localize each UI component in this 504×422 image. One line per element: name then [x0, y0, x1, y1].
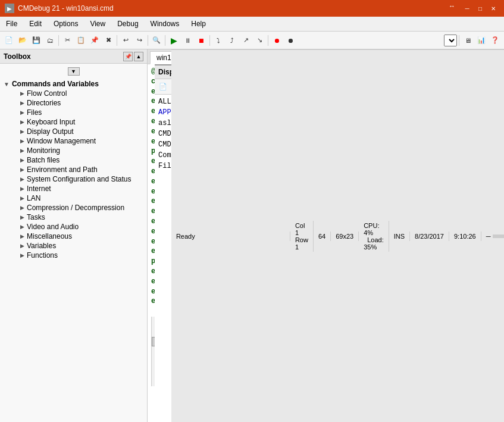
- tree-item-keyboard[interactable]: ▶ Keyboard Input: [4, 117, 143, 127]
- tb-pause[interactable]: ⏸: [181, 34, 194, 47]
- tb-sep-7: [459, 35, 459, 46]
- item-arrow-icon: ▶: [20, 243, 24, 249]
- status-time: 9:10:26: [449, 232, 481, 241]
- close-button[interactable]: ✕: [487, 2, 499, 14]
- status-bar: Ready Col 1 Row 1 64 69x23 CPU: 4% Load:…: [171, 49, 504, 422]
- toolbox-pin-btn[interactable]: 📌: [123, 52, 133, 61]
- maximize-button[interactable]: □: [474, 2, 486, 14]
- tb-save[interactable]: 💾: [30, 34, 43, 47]
- menu-file[interactable]: File: [0, 18, 23, 30]
- toolbox-expand-btn[interactable]: ▲: [134, 52, 143, 61]
- tree-item-variables[interactable]: ▶ Variables: [4, 241, 143, 251]
- tb-ext2[interactable]: 📊: [475, 34, 488, 47]
- tb-stop[interactable]: ⏹: [195, 34, 208, 47]
- editor-content: @echo off cls echo [101;93m STYLES [0m e…: [148, 64, 171, 422]
- tree-item-batch[interactable]: ▶ Batch files: [4, 155, 143, 165]
- item-label: Directories: [27, 99, 61, 107]
- zoom-slider[interactable]: [493, 235, 504, 238]
- toolbox-panel: Toolbox 📌 ▲ ▼ ▼ Commands and Variables ▶…: [0, 49, 148, 422]
- tree-item-lan[interactable]: ▶ LAN: [4, 193, 143, 203]
- editor-tab-bar: win10ansi.cmd ✕: [148, 49, 171, 64]
- item-label: Compression / Decompression: [27, 204, 124, 212]
- menu-debug[interactable]: Debug: [111, 18, 144, 30]
- menu-edit[interactable]: Edit: [23, 18, 48, 30]
- status-ready: Ready: [171, 232, 290, 241]
- bottom-panel-header: Display/Modify Environment Variables 📌 ▲: [155, 65, 171, 79]
- tb-copy[interactable]: 📋: [74, 34, 87, 47]
- item-arrow-icon: ▶: [20, 157, 24, 163]
- tb-step2[interactable]: ⤴: [226, 34, 239, 47]
- bt-new[interactable]: 📄: [156, 80, 170, 93]
- item-arrow-icon: ▶: [20, 205, 24, 211]
- toolbox-menu-btn[interactable]: ▼: [68, 67, 80, 76]
- editor-tab-win10ansi[interactable]: win10ansi.cmd ✕: [150, 51, 171, 64]
- item-label: Video and Audio: [27, 223, 79, 231]
- tree-item-internet[interactable]: ▶ Internet: [4, 184, 143, 193]
- minimize-button[interactable]: ─: [461, 2, 473, 14]
- item-label: LAN: [27, 194, 40, 202]
- env-line-allusers: ALLUSERSPROFILE=C:\ProgramData: [158, 96, 171, 107]
- tb-save-all[interactable]: 🗂: [43, 34, 57, 47]
- tb-delete[interactable]: ✖: [102, 34, 115, 47]
- item-label: System Configuration and Status: [27, 175, 131, 183]
- status-cell: Col 1 Row 1: [290, 221, 314, 252]
- category-label-commands: Commands and Variables: [12, 80, 99, 88]
- menu-help[interactable]: Help: [185, 18, 212, 30]
- tree-item-tasks[interactable]: ▶ Tasks: [4, 212, 143, 222]
- tb-undo[interactable]: ↩: [119, 34, 132, 47]
- menu-windows[interactable]: Windows: [145, 18, 186, 30]
- item-arrow-icon: ▶: [20, 167, 24, 173]
- tb-sep-6: [268, 35, 268, 46]
- env-line-appdata: APPDATA=C:\Users\Rex\AppData\Roaming: [158, 107, 171, 118]
- menu-view[interactable]: View: [84, 18, 111, 30]
- tb-record[interactable]: ⏺: [270, 34, 283, 47]
- tree-item-files[interactable]: ▶ Files: [4, 108, 143, 117]
- toolbar-dropdown[interactable]: [444, 35, 457, 46]
- tb-step4[interactable]: ↘: [253, 34, 266, 47]
- tb-step1[interactable]: ⤵: [212, 34, 225, 47]
- tree-item-sysconfig[interactable]: ▶ System Configuration and Status: [4, 174, 143, 184]
- tree-item-functions[interactable]: ▶ Functions: [4, 251, 143, 260]
- tb-sep-4: [165, 35, 165, 46]
- tree-item-monitoring[interactable]: ▶ Monitoring: [4, 146, 143, 155]
- env-variable-content[interactable]: ALLUSERSPROFILE=C:\ProgramData APPDATA=C…: [155, 95, 171, 168]
- item-arrow-icon: ▶: [20, 195, 24, 201]
- editor-text-area[interactable]: @echo off cls echo [101;93m STYLES [0m e…: [148, 64, 155, 422]
- main-toolbar: 📄 📂 💾 🗂 ✂ 📋 📌 ✖ ↩ ↪ 🔍 ▶ ⏸ ⏹ ⤵ ⤴ ↗ ↘ ⏺ ⏺ …: [0, 32, 504, 49]
- tree-item-misc[interactable]: ▶ Miscellaneous: [4, 232, 143, 241]
- tb-ext1[interactable]: 🖥: [461, 34, 474, 47]
- tb-step3[interactable]: ↗: [239, 34, 252, 47]
- env-line-cmdline: CMDLINE=cmdebug: [158, 129, 171, 139]
- toolbox-scroll[interactable]: ▼ ▼ Commands and Variables ▶ Flow Contro…: [0, 64, 147, 422]
- tb-record2[interactable]: ⏺: [284, 34, 297, 47]
- tree-item-compression[interactable]: ▶ Compression / Decompression: [4, 203, 143, 212]
- bt-open[interactable]: 📂: [170, 80, 171, 93]
- tree-category-header-commands[interactable]: ▼ Commands and Variables: [4, 79, 143, 89]
- tb-new[interactable]: 📄: [2, 34, 15, 47]
- tb-open[interactable]: 📂: [16, 34, 29, 47]
- tree-item-display[interactable]: ▶ Display Output: [4, 127, 143, 136]
- tree-item-video[interactable]: ▶ Video and Audio: [4, 222, 143, 232]
- tree-item-envpath[interactable]: ▶ Environment and Path: [4, 165, 143, 174]
- item-arrow-icon: ▶: [20, 148, 24, 154]
- editor-area: win10ansi.cmd ✕ @echo off cls echo [101;…: [148, 49, 171, 422]
- tb-ext3[interactable]: ❓: [489, 34, 502, 47]
- tree-item-window[interactable]: ▶ Window Management: [4, 136, 143, 146]
- tb-cut[interactable]: ✂: [61, 34, 74, 47]
- item-arrow-icon: ▶: [20, 252, 24, 258]
- tree-item-flow-control[interactable]: ▶ Flow Control: [4, 89, 143, 98]
- bottom-panel-title: Display/Modify Environment Variables: [158, 68, 171, 76]
- item-arrow-icon: ▶: [20, 129, 24, 135]
- zoom-minus-icon[interactable]: ─: [486, 233, 491, 240]
- tb-find[interactable]: 🔍: [150, 34, 163, 47]
- tb-paste[interactable]: 📌: [88, 34, 101, 47]
- title-bar-title: CMDebug 21 - win10ansi.cmd: [18, 4, 449, 12]
- menu-options[interactable]: Options: [48, 18, 84, 30]
- env-line-cmdline2: CMDLINE2=cmdebug: [158, 139, 171, 150]
- tb-run[interactable]: ▶: [167, 34, 180, 47]
- item-arrow-icon: ▶: [20, 90, 24, 96]
- editor-scrollbar[interactable]: [151, 317, 155, 386]
- tree-item-directories[interactable]: ▶ Directories: [4, 98, 143, 108]
- tb-redo[interactable]: ↪: [133, 34, 146, 47]
- item-arrow-icon: ▶: [20, 233, 24, 239]
